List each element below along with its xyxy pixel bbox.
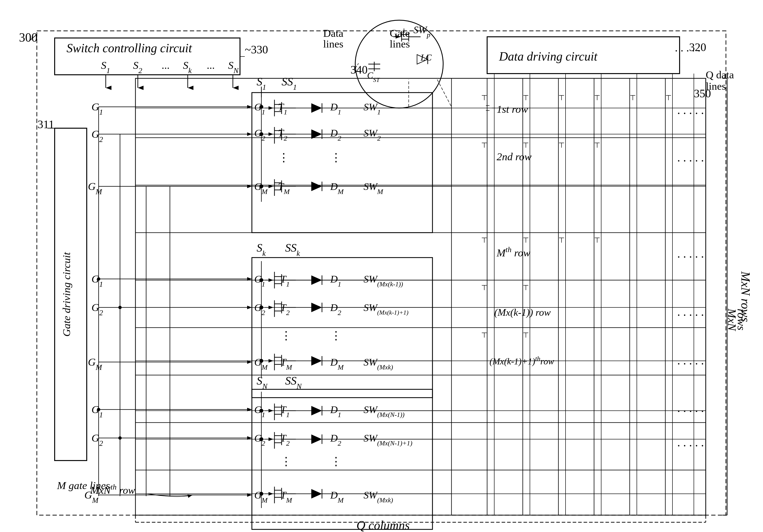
svg-text:...: ... — [207, 59, 215, 71]
svg-text:Q  columns: Q columns — [357, 518, 410, 532]
svg-text:~330: ~330 — [245, 43, 268, 56]
svg-text:TM: TM — [280, 489, 292, 504]
svg-text:⋮: ⋮ — [280, 329, 292, 342]
svg-text:⊤: ⊤ — [523, 94, 529, 102]
svg-text:⊤: ⊤ — [523, 331, 529, 339]
svg-text:Sk: Sk — [257, 241, 266, 258]
svg-text:GM: GM — [88, 356, 103, 372]
svg-text:TM: TM — [280, 357, 292, 371]
svg-text:SSk: SSk — [285, 241, 300, 258]
svg-text:⊤: ⊤ — [558, 236, 565, 244]
svg-text:. . . . .: . . . . . — [677, 436, 704, 449]
svg-text:S2: S2 — [133, 59, 142, 75]
svg-rect-84 — [252, 389, 432, 529]
svg-text:D2: D2 — [330, 128, 341, 142]
svg-text:. . . . .: . . . . . — [677, 103, 704, 117]
svg-text:G2: G2 — [91, 302, 103, 317]
svg-text:. . . . .: . . . . . — [677, 354, 704, 367]
svg-text:⊤: ⊤ — [558, 141, 565, 149]
svg-text:SN: SN — [257, 374, 268, 391]
ref-300: 300 — [19, 31, 38, 44]
circuit-diagram: 300 Switch controlling circuit ~330 Data… — [0, 0, 763, 532]
svg-text:⋮: ⋮ — [278, 151, 289, 164]
svg-text:Switch controlling circuit: Switch controlling circuit — [66, 41, 192, 55]
svg-text:. . . . .: . . . . . — [677, 247, 704, 260]
svg-text:SW(Mxk): SW(Mxk) — [364, 489, 393, 504]
svg-point-261 — [97, 277, 100, 281]
svg-point-262 — [118, 306, 122, 309]
svg-text:⊤: ⊤ — [594, 94, 600, 102]
svg-text:Gate: Gate — [390, 27, 410, 39]
svg-text:⊤: ⊤ — [594, 236, 600, 244]
svg-text:⋮: ⋮ — [330, 329, 342, 342]
svg-rect-25 — [136, 78, 706, 515]
svg-text:G2: G2 — [91, 128, 103, 143]
svg-text:...: ... — [162, 59, 170, 71]
svg-text:D2: D2 — [330, 302, 341, 316]
svg-text:Gate driving circuit: Gate driving circuit — [60, 252, 72, 337]
svg-text:· · · · ·: · · · · · — [675, 44, 701, 57]
svg-text:⊤: ⊤ — [630, 94, 636, 102]
svg-text:SS1: SS1 — [281, 75, 297, 91]
svg-text:(Mx(k-1)) row: (Mx(k-1)) row — [494, 307, 551, 318]
svg-text:G1: G1 — [91, 101, 103, 116]
svg-text:G1: G1 — [254, 101, 265, 116]
svg-text:SN: SN — [228, 59, 239, 75]
svg-text:D1: D1 — [330, 274, 341, 288]
svg-text:Data driving circuit: Data driving circuit — [499, 49, 598, 63]
svg-text:SSN: SSN — [285, 374, 302, 391]
svg-text:350: 350 — [694, 87, 711, 100]
svg-text:T1: T1 — [278, 101, 287, 116]
svg-text:lines: lines — [323, 38, 343, 50]
svg-text:MxN rows: MxN rows — [739, 271, 752, 322]
svg-text:. . . . .: . . . . . — [677, 151, 704, 164]
svg-text:⊤: ⊤ — [481, 331, 488, 339]
svg-text:1st row: 1st row — [496, 103, 528, 115]
svg-text:⊤: ⊤ — [481, 236, 488, 244]
svg-text:⊤: ⊤ — [523, 284, 529, 292]
svg-text:G2: G2 — [254, 302, 265, 316]
svg-text:⊤: ⊤ — [594, 141, 600, 149]
svg-text:LC: LC — [420, 52, 432, 62]
svg-text:S1: S1 — [101, 59, 110, 75]
svg-line-283 — [437, 79, 452, 107]
svg-text:SW(Mx(k-1)+1): SW(Mx(k-1)+1) — [364, 302, 408, 316]
svg-text:lines: lines — [390, 38, 410, 50]
svg-text:D2: D2 — [330, 432, 341, 447]
svg-text:DM: DM — [330, 489, 344, 504]
svg-text:GM: GM — [88, 180, 103, 196]
svg-text:⊤: ⊤ — [558, 94, 565, 102]
svg-point-263 — [97, 408, 100, 411]
svg-text:⊤: ⊤ — [523, 236, 529, 244]
svg-text:T2: T2 — [278, 128, 287, 142]
svg-text:DM: DM — [330, 181, 344, 195]
svg-text:D1: D1 — [330, 101, 341, 116]
svg-text:SW1: SW1 — [364, 101, 381, 116]
svg-text:. . . . .: . . . . . — [677, 401, 704, 414]
svg-text:⋮: ⋮ — [280, 455, 292, 468]
svg-text:Q data: Q data — [706, 69, 734, 81]
svg-text:⊤: ⊤ — [523, 141, 529, 149]
svg-text:⋮: ⋮ — [330, 151, 342, 164]
svg-text:311: 311 — [38, 118, 54, 131]
svg-point-264 — [118, 436, 122, 440]
svg-text:CST: CST — [367, 70, 380, 83]
svg-text:⊤: ⊤ — [665, 94, 672, 102]
svg-text:SW(Mxk): SW(Mxk) — [364, 357, 393, 371]
svg-text:340: 340 — [351, 63, 368, 76]
svg-text:D1: D1 — [330, 404, 341, 418]
svg-text:Sk: Sk — [183, 59, 192, 75]
svg-text:SW(Mx(N-1)): SW(Mx(N-1)) — [364, 404, 404, 418]
svg-text:⋮: ⋮ — [330, 455, 342, 468]
svg-text:SW2: SW2 — [364, 128, 381, 142]
svg-text:SW(Mx(N-1)+1): SW(Mx(N-1)+1) — [364, 432, 412, 447]
svg-text:G1: G1 — [91, 273, 103, 289]
svg-text:2nd row: 2nd row — [496, 151, 532, 163]
svg-text:SW(Mx(k-1)): SW(Mx(k-1)) — [364, 274, 403, 288]
svg-text:DM: DM — [330, 357, 344, 371]
svg-text:Data: Data — [323, 27, 343, 39]
svg-text:. . . . .: . . . . . — [677, 305, 704, 318]
svg-text:⊤: ⊤ — [481, 94, 488, 102]
svg-text:Mth row: Mth row — [496, 245, 530, 259]
svg-text:SWM: SWM — [364, 181, 383, 195]
